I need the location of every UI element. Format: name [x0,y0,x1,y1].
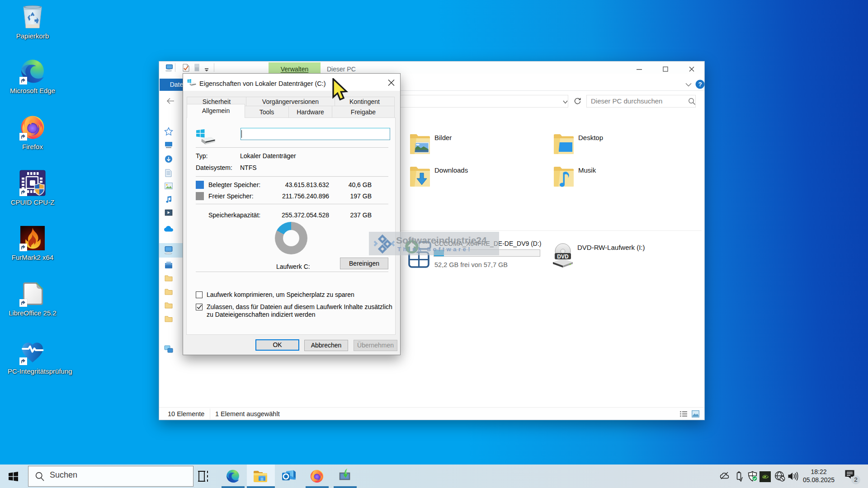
svg-text:DVD: DVD [557,253,569,260]
svg-text:?: ? [698,81,702,88]
